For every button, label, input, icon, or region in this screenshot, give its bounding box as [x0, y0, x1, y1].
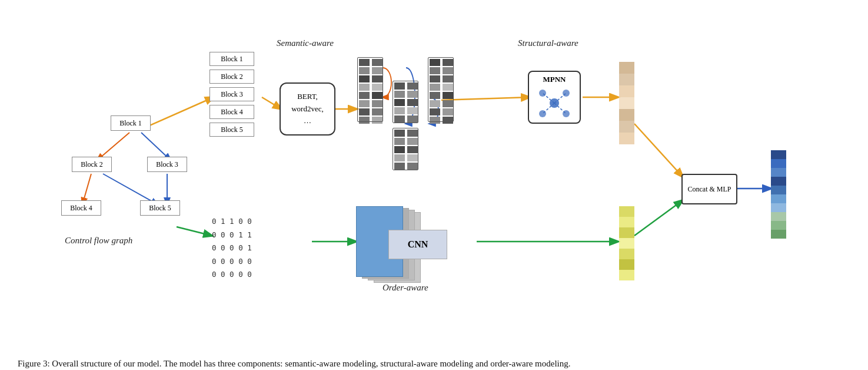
svg-line-1: [141, 133, 171, 160]
concat-label: Concat & MLP: [688, 185, 731, 194]
matrix-row4: 0 0 0 0 0: [212, 255, 252, 269]
matrix-row3: 0 0 0 0 1: [212, 242, 252, 255]
cfg-block1: Block 1: [111, 115, 151, 131]
matrix-row5: 0 0 0 0 0: [212, 268, 252, 282]
svg-line-5: [147, 97, 214, 127]
cfg-block3: Block 3: [147, 157, 187, 172]
final-output-bar: [771, 150, 786, 239]
svg-line-10: [634, 124, 683, 177]
svg-line-22: [554, 93, 566, 103]
list-block2: Block 2: [209, 70, 254, 84]
matrix-area: 0 1 1 0 0 0 0 0 1 1 0 0 0 0 1 0 0 0 0 0 …: [212, 215, 252, 282]
figure-caption: Figure 3: Overall structure of our model…: [18, 357, 850, 371]
svg-line-0: [97, 133, 129, 160]
cfg-block2: Block 2: [72, 157, 112, 172]
svg-line-14: [634, 200, 683, 236]
bert-text1: BERT,: [297, 91, 318, 103]
structural-aware-label: Structural-aware: [518, 38, 578, 48]
mpnn-graph-svg: [534, 84, 575, 120]
bert-text2: word2vec,: [291, 103, 324, 115]
mpnn-box: MPNN: [528, 71, 581, 124]
emb-bracket4: [428, 57, 454, 122]
matrix-row2: 0 0 0 1 1: [212, 229, 252, 242]
cfg-block4: Block 4: [61, 200, 101, 216]
arrows-svg: [6, 6, 862, 318]
emb-bracket3: [393, 128, 418, 170]
list-block1: Block 1: [209, 52, 254, 66]
svg-line-11: [177, 227, 212, 236]
cfg-block5: Block 5: [140, 200, 180, 216]
bert-box: BERT, word2vec, …: [280, 82, 335, 136]
bert-text3: …: [304, 115, 311, 127]
cnn-box: CNN: [388, 230, 447, 259]
list-block3: Block 3: [209, 87, 254, 101]
control-flow-label: Control flow graph: [65, 236, 132, 246]
list-block5: Block 5: [209, 123, 254, 137]
matrix-row1: 0 1 1 0 0: [212, 215, 252, 229]
order-aware-label: Order-aware: [383, 283, 428, 293]
svg-line-8: [441, 97, 530, 100]
svg-line-6: [262, 97, 281, 109]
figure-area: Semantic-aware Structural-aware Order-aw…: [6, 6, 862, 318]
svg-line-21: [543, 93, 554, 103]
emb-bracket2: [393, 81, 418, 123]
main-container: Semantic-aware Structural-aware Order-aw…: [0, 0, 868, 370]
structural-output-bar: [619, 62, 634, 144]
mpnn-label: MPNN: [543, 75, 566, 84]
concat-mlp-box: Concat & MLP: [681, 174, 737, 204]
order-output-bar: [619, 206, 634, 280]
list-block4: Block 4: [209, 105, 254, 119]
semantic-aware-label: Semantic-aware: [277, 38, 334, 48]
emb-bracket1: [357, 57, 383, 122]
